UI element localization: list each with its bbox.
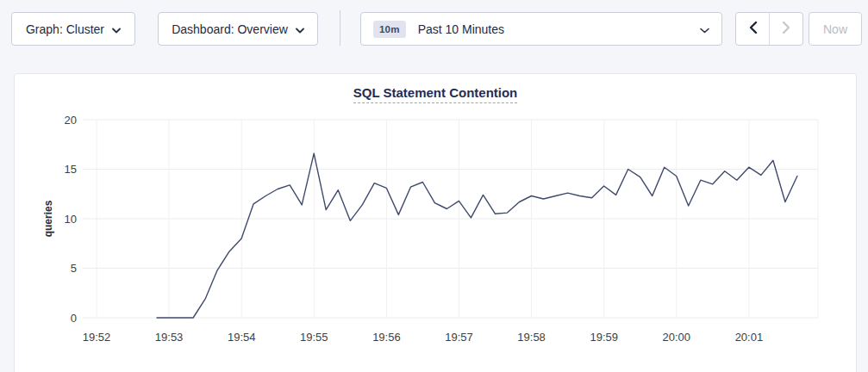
chevron-left-icon (748, 21, 758, 37)
dashboard-dropdown[interactable]: Dashboard: Overview (158, 12, 318, 46)
chevron-down-icon (112, 22, 121, 36)
x-tick-label: 19:54 (228, 331, 256, 344)
x-tick-label: 19:58 (517, 331, 546, 344)
x-tick-label: 19:56 (372, 331, 401, 344)
chevron-down-icon (296, 22, 304, 36)
time-forward-button[interactable] (769, 13, 802, 45)
y-tick-label: 15 (65, 163, 77, 176)
time-range-badge: 10m (373, 21, 406, 38)
y-tick-label: 0 (71, 312, 77, 325)
x-tick-label: 19:55 (300, 331, 328, 344)
series-line (157, 153, 797, 318)
now-button[interactable]: Now (809, 12, 862, 46)
chevron-right-icon (782, 21, 791, 37)
chart-title-row: SQL Statement Contention (15, 85, 856, 103)
y-tick-label: 10 (65, 213, 77, 226)
graph-dropdown[interactable]: Graph: Cluster (11, 12, 135, 46)
x-tick-label: 19:52 (83, 331, 111, 344)
chart-title[interactable]: SQL Statement Contention (353, 85, 518, 103)
x-tick-label: 19:53 (155, 331, 184, 344)
time-range-picker[interactable]: 10m Past 10 Minutes (360, 12, 722, 46)
graph-dropdown-label: Graph: Cluster (26, 22, 104, 36)
x-tick-label: 20:01 (735, 331, 764, 344)
time-back-button[interactable] (736, 13, 769, 45)
dashboard-dropdown-label: Dashboard: Overview (172, 22, 288, 36)
x-tick-label: 20:00 (663, 331, 691, 344)
toolbar-divider (340, 10, 340, 46)
y-tick-label: 5 (71, 262, 77, 275)
y-tick-label: 20 (65, 114, 77, 127)
chevron-down-icon (700, 22, 709, 36)
chart-card: SQL Statement Contention queries 0510152… (14, 73, 857, 372)
time-range-label: Past 10 Minutes (418, 22, 504, 36)
sql-statement-contention-chart[interactable]: 0510152019:5219:5319:5419:5519:5619:5719… (15, 108, 859, 367)
x-tick-label: 19:57 (445, 331, 473, 344)
x-tick-label: 19:59 (590, 331, 618, 344)
time-nav-group (735, 12, 803, 46)
